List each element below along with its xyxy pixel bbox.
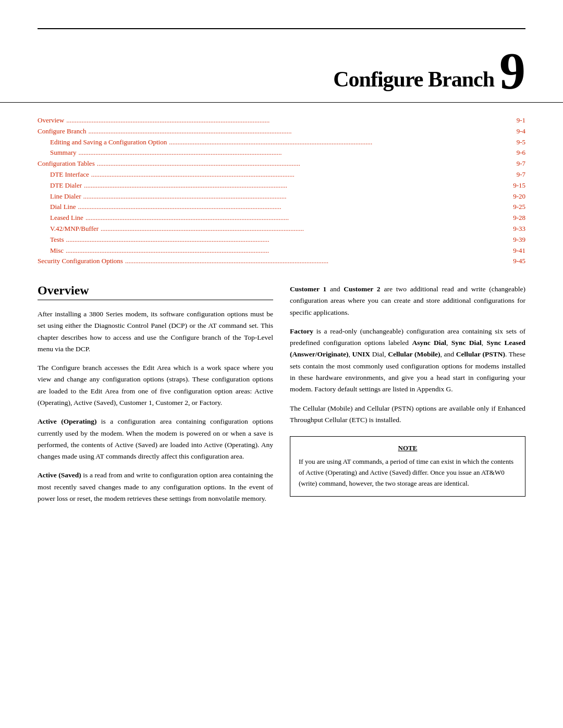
toc-label: Overview <box>38 115 64 126</box>
note-title: NOTE <box>299 444 517 452</box>
toc-page: 9-41 <box>513 245 525 256</box>
toc-page: 9-6 <box>517 147 525 158</box>
toc-entry: Editing and Saving a Configuration Optio… <box>38 137 525 148</box>
right-para1: Customer 1 and Customer 2 are two additi… <box>290 283 525 318</box>
toc-label: Tests <box>50 235 64 245</box>
page: Configure Branch 9 Overview ............… <box>0 28 563 728</box>
toc-dots: ........................................… <box>125 256 511 267</box>
toc-page: 9-5 <box>517 137 525 148</box>
toc-page: 9-45 <box>513 256 525 267</box>
toc-dots: ........................................… <box>89 126 515 137</box>
left-column: Overview After installing a 3800 Series … <box>38 283 273 512</box>
toc-dots: ........................................… <box>84 180 511 191</box>
toc-label: Editing and Saving a Configuration Optio… <box>50 137 167 148</box>
toc-label: Security Configuration Options <box>38 256 123 267</box>
overview-para3: Active (Operating) is a configuration ar… <box>38 416 273 462</box>
active-saved-bold: Active (Saved) <box>38 471 81 479</box>
toc-dots: ........................................… <box>83 191 511 202</box>
toc-entry: Dial Line ..............................… <box>38 202 525 213</box>
toc-dots: ........................................… <box>91 169 515 180</box>
toc-page: 9-25 <box>513 202 525 213</box>
toc-entry: Misc ...................................… <box>38 245 525 256</box>
toc-label: DTE Dialer <box>50 180 82 191</box>
toc-page: 9-20 <box>513 191 525 202</box>
active-operating-bold: Active (Operating) <box>38 417 96 425</box>
toc-label: Configure Branch <box>38 126 87 137</box>
toc-entry: Configure Branch .......................… <box>38 126 525 137</box>
toc-dots: ........................................… <box>169 137 514 148</box>
toc-label: Configuration Tables <box>38 158 95 169</box>
toc-label: Leased Line <box>50 213 83 224</box>
factory-bold: Factory <box>290 327 313 335</box>
chapter-number: 9 <box>499 45 525 97</box>
toc-page: 9-33 <box>513 224 525 235</box>
toc-entry: Tests ..................................… <box>38 235 525 245</box>
toc-dots: ........................................… <box>85 213 511 224</box>
overview-title: Overview <box>38 283 273 300</box>
toc-dots: ........................................… <box>66 245 511 256</box>
content-area: Overview After installing a 3800 Series … <box>0 283 563 512</box>
toc-page: 9-7 <box>517 158 525 169</box>
toc-entry: Summary ................................… <box>38 147 525 158</box>
toc-entry: DTE Dialer .............................… <box>38 180 525 191</box>
chapter-title: Configure Branch <box>333 67 494 92</box>
toc-entry: Line Dialer ............................… <box>38 191 525 202</box>
chapter-header: Configure Branch 9 <box>0 29 563 103</box>
toc-label: DTE Interface <box>50 169 89 180</box>
toc-dots: ........................................… <box>101 224 511 235</box>
toc-page: 9-7 <box>517 169 525 180</box>
right-para3: The Cellular (Mobile) and Cellular (PSTN… <box>290 403 525 426</box>
toc-page: 9-28 <box>513 213 525 224</box>
toc-entry: V.42/MNP/Buffer ........................… <box>38 224 525 235</box>
toc-page: 9-1 <box>517 115 525 126</box>
toc-dots: ........................................… <box>79 147 515 158</box>
customer2-bold: Customer 2 <box>344 285 380 293</box>
toc-dots: ........................................… <box>66 115 514 126</box>
toc-entry: Overview ...............................… <box>38 115 525 126</box>
toc-label: Dial Line <box>50 202 76 213</box>
toc-label: Summary <box>50 147 77 158</box>
right-para2: Factory is a read-only (unchangeable) co… <box>290 326 525 396</box>
toc-page: 9-4 <box>517 126 525 137</box>
overview-para2: The Configure branch accesses the Edit A… <box>38 362 273 409</box>
toc-dots: ........................................… <box>78 202 511 213</box>
table-of-contents: Overview ...............................… <box>0 115 563 267</box>
toc-label: Misc <box>50 245 64 256</box>
note-text: If you are using AT commands, a period o… <box>299 456 517 489</box>
overview-para1: After installing a 3800 Series modem, it… <box>38 309 273 355</box>
toc-label: Line Dialer <box>50 191 81 202</box>
overview-para4: Active (Saved) is a read from and write … <box>38 470 273 504</box>
toc-dots: ........................................… <box>66 235 511 245</box>
toc-label: V.42/MNP/Buffer <box>50 224 99 235</box>
toc-page: 9-15 <box>513 180 525 191</box>
note-box: NOTE If you are using AT commands, a per… <box>290 436 525 497</box>
toc-entry: Security Configuration Options .........… <box>38 256 525 267</box>
toc-page: 9-39 <box>513 235 525 245</box>
toc-entry: Configuration Tables ...................… <box>38 158 525 169</box>
toc-entry: Leased Line ............................… <box>38 213 525 224</box>
toc-dots: ........................................… <box>97 158 515 169</box>
customer1-bold: Customer 1 <box>290 285 326 293</box>
toc-entry: DTE Interface ..........................… <box>38 169 525 180</box>
right-column: Customer 1 and Customer 2 are two additi… <box>290 283 525 512</box>
